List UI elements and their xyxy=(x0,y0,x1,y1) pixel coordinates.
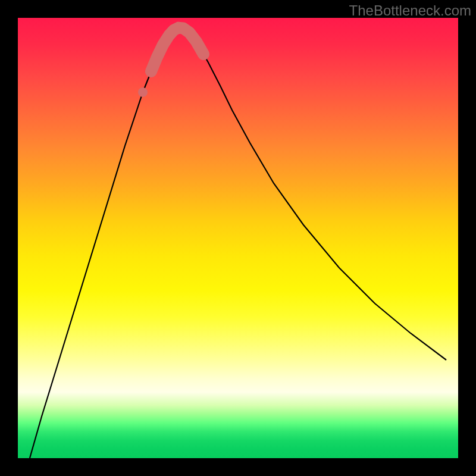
marker-cluster xyxy=(151,28,203,71)
watermark-text: TheBottleneck.com xyxy=(349,2,471,19)
marker-layer xyxy=(18,18,458,458)
marker-dot xyxy=(138,87,148,97)
